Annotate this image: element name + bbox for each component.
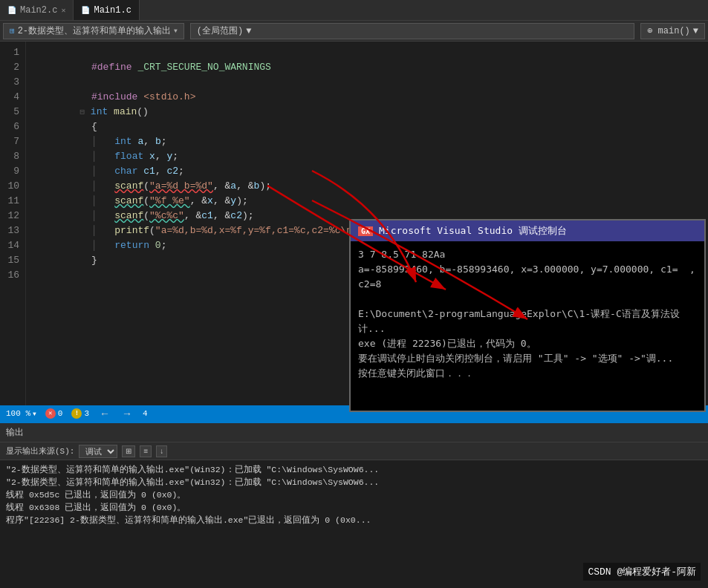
file-dropdown-arrow: ▼ <box>174 27 178 34</box>
output-header: 输出 <box>0 423 708 442</box>
tab-main1[interactable]: 📄 Main1.c <box>74 0 139 20</box>
output-line-5: 程序"[22236] 2-数据类型、运算符和简单的输入输出.exe"已退出，返回… <box>6 514 702 526</box>
output-source-select[interactable]: 调试 <box>79 445 117 458</box>
scope-dropdown[interactable]: (全局范围) ▼ <box>190 23 634 39</box>
code-line-1: #define _CRT_SECURE_NO_WARNINGS <box>33 45 708 60</box>
scope-dropdown-label: (全局范围) <box>197 24 243 37</box>
error-icon: ✕ <box>45 408 56 419</box>
zoom-label: 100 % <box>6 409 30 418</box>
output-panel: 输出 显示输出来源(S): 调试 ⊞ ≡ ↓ "2-数据类型、运算符和简单的输入… <box>0 422 708 563</box>
func-dropdown[interactable]: ⊕ main() ▼ <box>640 23 705 39</box>
output-btn-3[interactable]: ↓ <box>156 445 167 457</box>
tab-main1-label: Main1.c <box>94 5 131 16</box>
nav-back-button[interactable]: ← <box>98 408 111 419</box>
debug-line-5: exe (进程 22236)已退出，代码为 0。 <box>358 336 697 351</box>
debug-line-7: 按任意键关闭此窗口．．． <box>358 366 697 381</box>
tab-main2-label: Main2.c <box>20 5 57 16</box>
debug-line-2: a=-858993460, b=-858993460, x=3.000000, … <box>358 262 697 292</box>
file-dropdown-label: 2-数据类型、运算符和简单的输入输出 <box>18 24 171 37</box>
debug-icon: GX <box>358 226 373 236</box>
debug-content: 3 7 8.5 71.82Aa a=-858993460, b=-8589934… <box>351 241 704 387</box>
func-dropdown-label: ⊕ main() <box>647 25 690 36</box>
output-title: 输出 <box>6 426 24 439</box>
func-dropdown-arrow: ▼ <box>693 26 698 36</box>
debug-line-6: 要在调试停止时自动关闭控制台，请启用 "工具" -> "选项" ->"调... <box>358 351 697 366</box>
output-line-2: "2-数据类型、运算符和简单的输入输出.exe"(Win32)：已加载 "C:\… <box>6 476 702 489</box>
tab-main2-close[interactable]: ✕ <box>61 6 65 15</box>
debug-line-3 <box>358 292 697 307</box>
warning-count-label: 3 <box>84 409 89 418</box>
debug-console[interactable]: GX Microsoft Visual Studio 调试控制台 3 7 8.5… <box>349 219 706 412</box>
scope-dropdown-arrow: ▼ <box>246 26 251 36</box>
debug-line-1: 3 7 8.5 71.82Aa <box>358 247 697 262</box>
code-line-6: │ int a, b; <box>33 120 708 134</box>
output-btn-2[interactable]: ≡ <box>140 445 152 457</box>
toolbar-row: ⊞ 2-数据类型、运算符和简单的输入输出 ▼ (全局范围) ▼ ⊕ main()… <box>0 21 708 42</box>
warning-icon: ! <box>71 408 82 419</box>
code-line-3: #include <stdio.h> <box>33 75 708 90</box>
error-count: ✕ 0 <box>45 408 63 419</box>
output-line-3: 线程 0x5d5c 已退出，返回值为 0 (0x0)。 <box>6 489 702 501</box>
output-line-1: "2-数据类型、运算符和简单的输入输出.exe"(Win32)：已加载 "C:\… <box>6 463 702 476</box>
debug-titlebar: GX Microsoft Visual Studio 调试控制台 <box>351 220 704 241</box>
output-toolbar: 显示输出来源(S): 调试 ⊞ ≡ ↓ <box>0 442 708 460</box>
warning-count: ! 3 <box>71 408 89 419</box>
output-source-label: 显示输出来源(S): <box>6 445 74 457</box>
line-numbers: 1 2 3 4 5 6 7 8 9 10 11 12 13 14 15 16 <box>0 42 26 405</box>
file-icon-small: ⊞ <box>10 26 15 36</box>
output-line-4: 线程 0x6308 已退出，返回值为 0 (0x0)。 <box>6 501 702 514</box>
nav-num: 4 <box>143 409 148 418</box>
error-count-label: 0 <box>58 409 63 418</box>
watermark: CSDN @编程爱好者-阿新 <box>583 563 701 581</box>
zoom-dropdown-arrow: ▼ <box>33 411 36 417</box>
output-btn-1[interactable]: ⊞ <box>122 445 135 457</box>
debug-line-4: E:\Document\2-programLanguageExplor\C\1-… <box>358 307 697 336</box>
output-content: "2-数据类型、运算符和简单的输入输出.exe"(Win32)：已加载 "C:\… <box>0 460 708 563</box>
file-icon: 📄 <box>7 6 16 15</box>
file-icon-active: 📄 <box>81 6 90 15</box>
debug-title: Microsoft Visual Studio 调试控制台 <box>379 224 567 238</box>
file-dropdown[interactable]: ⊞ 2-数据类型、运算符和简单的输入输出 ▼ <box>3 23 184 39</box>
nav-fwd-button[interactable]: → <box>120 408 134 419</box>
tab-bar: 📄 Main2.c ✕ 📄 Main1.c <box>0 0 708 21</box>
zoom-control[interactable]: 100 % ▼ <box>6 409 36 418</box>
tab-main2[interactable]: 📄 Main2.c ✕ <box>0 0 74 20</box>
